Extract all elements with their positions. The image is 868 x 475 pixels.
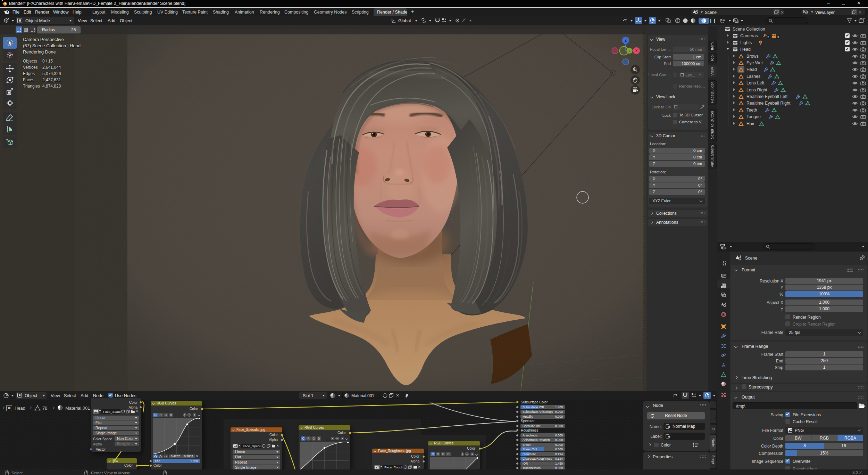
svg-text:Z: Z <box>625 39 627 42</box>
svg-text:Y: Y <box>628 49 631 53</box>
svg-text:X: X <box>635 49 638 53</box>
